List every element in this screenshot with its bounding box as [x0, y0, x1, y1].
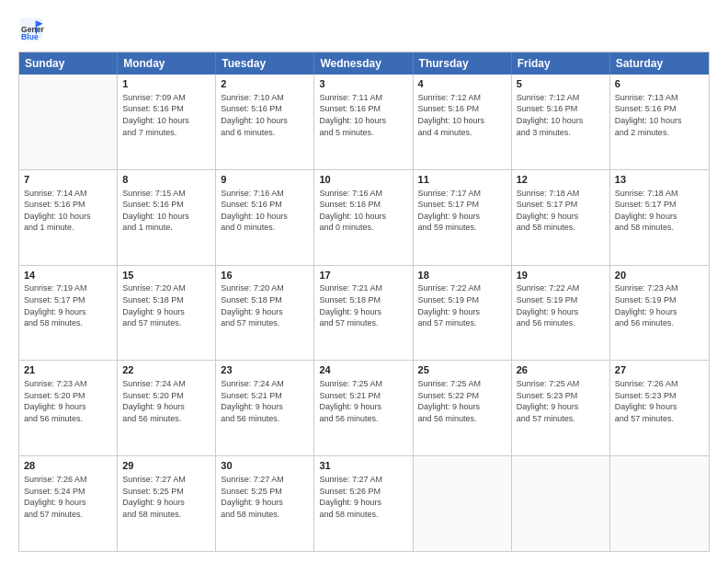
- calendar-cell: 17Sunrise: 7:21 AM Sunset: 5:18 PM Dayli…: [314, 266, 413, 361]
- day-number: 29: [122, 459, 210, 473]
- cell-info: Sunrise: 7:21 AM Sunset: 5:18 PM Dayligh…: [319, 282, 407, 328]
- day-number: 27: [615, 363, 704, 377]
- calendar-cell: 29Sunrise: 7:27 AM Sunset: 5:25 PM Dayli…: [118, 456, 216, 551]
- calendar-cell: 14Sunrise: 7:19 AM Sunset: 5:17 PM Dayli…: [19, 266, 118, 361]
- cell-info: Sunrise: 7:27 AM Sunset: 5:26 PM Dayligh…: [319, 474, 407, 520]
- day-number: 2: [221, 77, 309, 91]
- calendar-cell: 2Sunrise: 7:10 AM Sunset: 5:16 PM Daylig…: [216, 75, 314, 169]
- calendar: SundayMondayTuesdayWednesdayThursdayFrid…: [18, 52, 710, 552]
- day-number: 24: [319, 363, 407, 377]
- calendar-cell: 31Sunrise: 7:27 AM Sunset: 5:26 PM Dayli…: [314, 456, 413, 551]
- day-number: 17: [319, 269, 407, 282]
- logo: General Blue: [18, 17, 44, 42]
- day-number: 26: [517, 363, 605, 377]
- day-number: 12: [517, 173, 605, 187]
- header-day-tuesday: Tuesday: [216, 52, 314, 75]
- header-day-friday: Friday: [512, 52, 610, 75]
- day-number: 3: [319, 77, 407, 91]
- cell-info: Sunrise: 7:24 AM Sunset: 5:21 PM Dayligh…: [221, 378, 309, 424]
- calendar-cell: 30Sunrise: 7:27 AM Sunset: 5:25 PM Dayli…: [216, 456, 314, 551]
- day-number: 23: [221, 363, 309, 377]
- calendar-cell: 27Sunrise: 7:26 AM Sunset: 5:23 PM Dayli…: [610, 361, 709, 455]
- cell-info: Sunrise: 7:27 AM Sunset: 5:25 PM Dayligh…: [122, 474, 210, 520]
- calendar-row-1: 7Sunrise: 7:14 AM Sunset: 5:16 PM Daylig…: [19, 169, 709, 265]
- cell-info: Sunrise: 7:25 AM Sunset: 5:21 PM Dayligh…: [319, 378, 407, 424]
- calendar-cell: 18Sunrise: 7:22 AM Sunset: 5:19 PM Dayli…: [414, 266, 512, 361]
- cell-info: Sunrise: 7:26 AM Sunset: 5:23 PM Dayligh…: [615, 378, 704, 424]
- cell-info: Sunrise: 7:10 AM Sunset: 5:16 PM Dayligh…: [221, 92, 309, 138]
- cell-info: Sunrise: 7:24 AM Sunset: 5:20 PM Dayligh…: [122, 378, 210, 424]
- cell-info: Sunrise: 7:20 AM Sunset: 5:18 PM Dayligh…: [122, 282, 210, 328]
- day-number: 18: [418, 269, 506, 282]
- day-number: 11: [418, 173, 506, 187]
- calendar-cell: 20Sunrise: 7:23 AM Sunset: 5:19 PM Dayli…: [610, 266, 709, 361]
- cell-info: Sunrise: 7:27 AM Sunset: 5:25 PM Dayligh…: [221, 474, 309, 520]
- day-number: 20: [615, 269, 704, 282]
- calendar-cell: 26Sunrise: 7:25 AM Sunset: 5:23 PM Dayli…: [512, 361, 610, 455]
- cell-info: Sunrise: 7:16 AM Sunset: 5:16 PM Dayligh…: [221, 188, 309, 234]
- cell-info: Sunrise: 7:18 AM Sunset: 5:17 PM Dayligh…: [615, 188, 704, 234]
- day-number: 10: [319, 173, 407, 187]
- cell-info: Sunrise: 7:25 AM Sunset: 5:22 PM Dayligh…: [418, 378, 506, 424]
- cell-info: Sunrise: 7:09 AM Sunset: 5:16 PM Dayligh…: [122, 92, 210, 138]
- calendar-row-3: 21Sunrise: 7:23 AM Sunset: 5:20 PM Dayli…: [19, 360, 709, 455]
- calendar-cell: 5Sunrise: 7:12 AM Sunset: 5:16 PM Daylig…: [512, 75, 610, 169]
- calendar-cell: 21Sunrise: 7:23 AM Sunset: 5:20 PM Dayli…: [19, 361, 118, 455]
- calendar-row-4: 28Sunrise: 7:26 AM Sunset: 5:24 PM Dayli…: [19, 455, 709, 551]
- calendar-cell: 13Sunrise: 7:18 AM Sunset: 5:17 PM Dayli…: [610, 170, 709, 265]
- calendar-cell: 9Sunrise: 7:16 AM Sunset: 5:16 PM Daylig…: [216, 170, 314, 265]
- cell-info: Sunrise: 7:22 AM Sunset: 5:19 PM Dayligh…: [418, 282, 506, 328]
- calendar-cell: 3Sunrise: 7:11 AM Sunset: 5:16 PM Daylig…: [314, 75, 413, 169]
- calendar-cell: [512, 456, 610, 551]
- day-number: 5: [517, 77, 605, 91]
- cell-info: Sunrise: 7:19 AM Sunset: 5:17 PM Dayligh…: [24, 282, 112, 328]
- calendar-cell: 24Sunrise: 7:25 AM Sunset: 5:21 PM Dayli…: [314, 361, 413, 455]
- cell-info: Sunrise: 7:12 AM Sunset: 5:16 PM Dayligh…: [418, 92, 506, 138]
- calendar-cell: [19, 75, 118, 169]
- day-number: 7: [24, 173, 112, 187]
- calendar-cell: 25Sunrise: 7:25 AM Sunset: 5:22 PM Dayli…: [414, 361, 512, 455]
- cell-info: Sunrise: 7:22 AM Sunset: 5:19 PM Dayligh…: [517, 282, 605, 328]
- day-number: 25: [418, 363, 506, 377]
- header-day-thursday: Thursday: [414, 52, 512, 75]
- calendar-cell: 1Sunrise: 7:09 AM Sunset: 5:16 PM Daylig…: [118, 75, 216, 169]
- day-number: 19: [517, 269, 605, 282]
- cell-info: Sunrise: 7:25 AM Sunset: 5:23 PM Dayligh…: [517, 378, 605, 424]
- cell-info: Sunrise: 7:15 AM Sunset: 5:16 PM Dayligh…: [122, 188, 210, 234]
- day-number: 1: [122, 77, 210, 91]
- page: General Blue SundayMondayTuesdayWednesda…: [0, 0, 728, 563]
- calendar-row-2: 14Sunrise: 7:19 AM Sunset: 5:17 PM Dayli…: [19, 265, 709, 361]
- cell-info: Sunrise: 7:14 AM Sunset: 5:16 PM Dayligh…: [24, 188, 112, 234]
- header-day-sunday: Sunday: [19, 52, 118, 75]
- calendar-cell: 22Sunrise: 7:24 AM Sunset: 5:20 PM Dayli…: [118, 361, 216, 455]
- cell-info: Sunrise: 7:13 AM Sunset: 5:16 PM Dayligh…: [615, 92, 704, 138]
- day-number: 8: [122, 173, 210, 187]
- cell-info: Sunrise: 7:17 AM Sunset: 5:17 PM Dayligh…: [418, 188, 506, 234]
- calendar-cell: [610, 456, 709, 551]
- header-day-wednesday: Wednesday: [314, 52, 413, 75]
- calendar-cell: [414, 456, 512, 551]
- calendar-body: 1Sunrise: 7:09 AM Sunset: 5:16 PM Daylig…: [19, 75, 709, 551]
- calendar-cell: 23Sunrise: 7:24 AM Sunset: 5:21 PM Dayli…: [216, 361, 314, 455]
- cell-info: Sunrise: 7:20 AM Sunset: 5:18 PM Dayligh…: [221, 282, 309, 328]
- calendar-cell: 19Sunrise: 7:22 AM Sunset: 5:19 PM Dayli…: [512, 266, 610, 361]
- day-number: 13: [615, 173, 704, 187]
- svg-rect-4: [36, 21, 38, 34]
- day-number: 14: [24, 269, 112, 282]
- cell-info: Sunrise: 7:16 AM Sunset: 5:16 PM Dayligh…: [319, 188, 407, 234]
- cell-info: Sunrise: 7:23 AM Sunset: 5:20 PM Dayligh…: [24, 378, 112, 424]
- header-day-saturday: Saturday: [610, 52, 709, 75]
- calendar-cell: 28Sunrise: 7:26 AM Sunset: 5:24 PM Dayli…: [19, 456, 118, 551]
- calendar-row-0: 1Sunrise: 7:09 AM Sunset: 5:16 PM Daylig…: [19, 75, 709, 169]
- day-number: 30: [221, 459, 309, 473]
- day-number: 6: [615, 77, 704, 91]
- day-number: 21: [24, 363, 112, 377]
- logo-icon: General Blue: [18, 17, 44, 42]
- day-number: 16: [221, 269, 309, 282]
- day-number: 28: [24, 459, 112, 473]
- calendar-cell: 11Sunrise: 7:17 AM Sunset: 5:17 PM Dayli…: [414, 170, 512, 265]
- calendar-cell: 6Sunrise: 7:13 AM Sunset: 5:16 PM Daylig…: [610, 75, 709, 169]
- header-day-monday: Monday: [118, 52, 216, 75]
- cell-info: Sunrise: 7:26 AM Sunset: 5:24 PM Dayligh…: [24, 474, 112, 520]
- calendar-cell: 12Sunrise: 7:18 AM Sunset: 5:17 PM Dayli…: [512, 170, 610, 265]
